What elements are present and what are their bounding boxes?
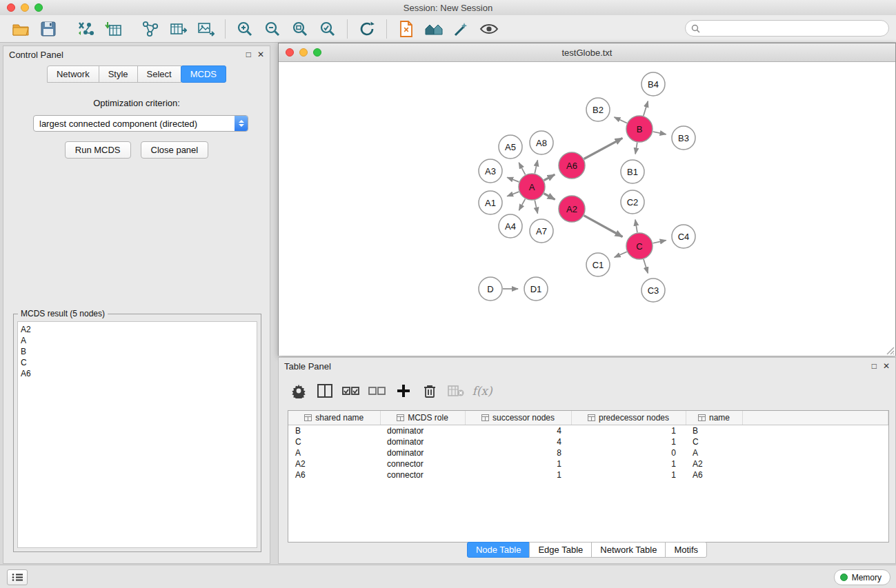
zoom-out-button[interactable] [261,19,284,39]
mcds-result-item[interactable]: A6 [21,368,254,379]
close-window-button[interactable] [7,3,15,12]
style-wand-button[interactable] [450,19,473,39]
network-canvas[interactable]: B4B2BB3A5A8A6B1A3AC2A1A2A4A7C4CC1C3DD1 [279,62,895,356]
graph-edge[interactable] [653,132,666,134]
zoom-network-window-button[interactable] [313,48,321,57]
graph-edge[interactable] [644,259,648,273]
graph-node-A4[interactable]: A4 [499,214,522,238]
open-session-button[interactable] [9,19,32,39]
tab-network[interactable]: Network [47,65,99,83]
graph-edge[interactable] [635,143,637,154]
delete-table-button[interactable] [445,381,467,401]
graph-node-C3[interactable]: C3 [641,278,665,302]
table-cell[interactable]: 1 [465,469,571,480]
column-header-shared-name[interactable]: shared name [288,411,380,425]
table-cell[interactable]: dominator [380,436,465,447]
minimize-network-window-button[interactable] [299,48,308,57]
column-header-predecessor-nodes[interactable]: predecessor nodes [571,411,686,425]
create-column-button[interactable] [392,381,415,401]
table-cell[interactable]: A2 [288,458,380,469]
graph-node-A6[interactable]: A6 [559,152,585,179]
graph-edge[interactable] [507,177,519,182]
mcds-result-item[interactable]: A2 [21,324,254,335]
graph-node-C1[interactable]: C1 [586,253,610,276]
graph-edge[interactable] [544,194,555,200]
graph-node-B2[interactable]: B2 [586,98,610,121]
home-layout-button[interactable] [422,19,446,39]
table-cell[interactable]: 1 [571,425,686,437]
close-table-panel-icon[interactable]: ✕ [883,362,890,370]
import-table-button[interactable] [101,19,125,39]
graph-edge[interactable] [584,138,623,159]
table-cell[interactable]: connector [380,469,465,480]
graph-node-A7[interactable]: A7 [530,219,553,243]
table-cell[interactable]: B [288,425,380,437]
graph-edge[interactable] [535,160,537,173]
table-settings-button[interactable] [288,381,310,401]
refresh-view-button[interactable] [355,19,379,39]
graph-node-C[interactable]: C [626,233,653,259]
graph-node-D[interactable]: D [479,277,502,301]
graph-node-B1[interactable]: B1 [621,160,644,183]
deselect-all-columns-button[interactable] [366,381,388,401]
table-cell[interactable]: B [686,425,742,437]
tab-mcds[interactable]: MCDS [181,65,226,83]
graph-node-A1[interactable]: A1 [479,191,502,214]
table-cell[interactable]: 1 [465,458,571,469]
table-row[interactable]: Adominator80A [288,447,888,458]
graph-node-A5[interactable]: A5 [499,135,522,159]
table-cell[interactable]: A [288,447,380,458]
float-panel-icon[interactable]: □ [246,50,251,59]
table-cell[interactable]: A6 [686,469,742,480]
network-window-titlebar[interactable]: testGlobe.txt [279,43,895,62]
graph-edge[interactable] [653,241,666,243]
tab-network-table[interactable]: Network Table [591,542,666,558]
table-cell[interactable]: 1 [571,436,686,447]
graph-edge[interactable] [507,192,519,196]
graph-edge[interactable] [584,216,623,237]
zoom-window-button[interactable] [34,3,43,12]
column-header-name[interactable]: name [686,411,742,425]
column-header-mcds-role[interactable]: MCDS role [380,411,465,425]
table-cell[interactable]: dominator [380,425,465,437]
table-cell[interactable]: A [686,447,742,458]
zoom-in-button[interactable] [233,19,257,39]
run-mcds-button[interactable]: Run MCDS [65,141,131,159]
optimization-criterion-dropdown[interactable]: largest connected component (directed) [33,115,248,132]
table-row[interactable]: Cdominator41C [288,436,888,447]
close-panel-button[interactable]: Close panel [141,141,209,159]
select-all-columns-button[interactable] [340,381,362,401]
export-table-button[interactable] [166,19,190,39]
table-cell[interactable]: 1 [571,469,686,480]
delete-column-button[interactable] [419,381,441,401]
table-cell[interactable]: C [686,436,742,447]
search-input[interactable] [704,23,883,34]
table-row[interactable]: A2connector11A2 [288,458,888,469]
graph-node-D1[interactable]: D1 [524,277,548,301]
show-hide-graphics-button[interactable] [477,19,501,39]
graph-node-A3[interactable]: A3 [479,159,502,183]
table-row[interactable]: A6connector11A6 [288,469,888,480]
table-cell[interactable]: A6 [288,469,380,480]
show-panel-toggle-button[interactable] [7,569,28,585]
graph-edge[interactable] [519,199,525,211]
table-cell[interactable]: 1 [571,458,686,469]
close-network-window-button[interactable] [286,48,294,57]
export-network-button[interactable] [139,19,162,39]
graph-node-B3[interactable]: B3 [672,126,695,150]
close-panel-icon[interactable]: ✕ [257,50,264,59]
graph-node-A[interactable]: A [519,174,545,200]
table-cell[interactable]: 8 [465,447,571,458]
tab-motifs[interactable]: Motifs [665,542,707,558]
tab-edge-table[interactable]: Edge Table [529,542,592,558]
show-columns-button[interactable] [314,381,336,401]
mcds-result-item[interactable]: A [21,335,254,346]
mcds-result-item[interactable]: B [21,346,254,357]
table-cell[interactable]: 0 [571,447,686,458]
mcds-result-item[interactable]: C [21,357,254,368]
graph-node-B4[interactable]: B4 [641,72,665,96]
table-cell[interactable]: 4 [465,425,571,437]
import-network-button[interactable] [74,19,97,39]
open-report-button[interactable] [395,19,418,39]
toolbar-search[interactable] [685,20,889,37]
